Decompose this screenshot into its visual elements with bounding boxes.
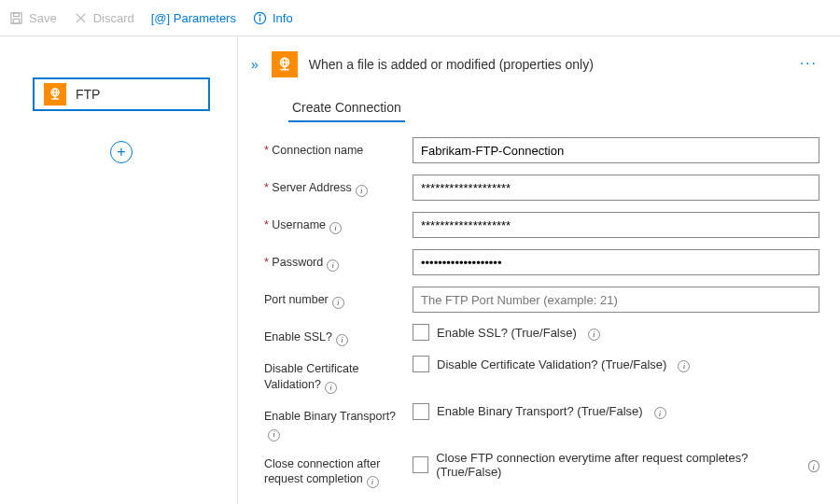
info-button[interactable]: Info [253,11,293,25]
svg-rect-2 [13,19,20,23]
ftp-icon [272,51,298,77]
connection-form: Connection name Server Addressi Username… [247,137,819,504]
checkbox-label-binary: Enable Binary Transport? (True/False) [437,404,643,418]
parameters-label: [@] Parameters [151,11,236,25]
parameters-button[interactable]: [@] Parameters [151,11,236,25]
input-connection-name[interactable] [413,137,819,163]
label-binary: Enable Binary Transport?i [264,403,399,440]
input-username[interactable] [413,212,819,238]
info-icon[interactable]: i [327,259,339,272]
discard-button[interactable]: Discard [74,11,134,25]
panel-title: When a file is added or modified (proper… [309,57,594,72]
info-icon [253,11,267,25]
toolbar: Save Discard [@] Parameters Info [0,0,840,36]
checkbox-binary[interactable] [413,403,429,420]
tab-create-connection[interactable]: Create Connection [288,94,405,122]
workflow-node-ftp[interactable]: FTP [33,77,210,111]
add-step-button[interactable]: + [110,141,133,163]
info-label: Info [273,11,293,25]
plus-icon: + [117,145,125,160]
info-icon[interactable]: i [268,429,280,441]
label-connection-name: Connection name [264,137,399,158]
label-username: Usernamei [264,212,399,232]
workflow-node-label: FTP [76,87,100,102]
save-label: Save [29,11,57,25]
label-password: Passwordi [264,249,399,270]
info-icon[interactable]: i [356,185,368,197]
info-icon[interactable]: i [808,460,819,472]
save-button[interactable]: Save [9,11,57,25]
checkbox-close-conn[interactable] [413,456,428,473]
info-icon[interactable]: i [325,382,337,394]
sidebar: FTP + [0,36,238,504]
input-server-address[interactable] [413,175,819,201]
label-port: Port numberi [264,287,399,307]
main-panel: ··· » When a file is added or modified (… [238,36,840,504]
info-icon[interactable]: i [332,297,344,309]
svg-point-7 [259,14,260,15]
svg-rect-0 [11,12,21,22]
svg-rect-1 [14,12,20,16]
checkbox-label-cert: Disable Certificate Validation? (True/Fa… [437,357,666,371]
info-icon[interactable]: i [367,476,379,488]
info-icon[interactable]: i [678,360,690,372]
input-password[interactable] [413,249,819,275]
ftp-icon [44,83,66,105]
save-icon [9,11,23,25]
label-server-address: Server Addressi [264,175,399,195]
info-icon[interactable]: i [329,222,342,234]
checkbox-disable-cert[interactable] [413,356,429,372]
input-port[interactable] [413,287,819,313]
info-icon[interactable]: i [336,334,348,346]
close-icon [74,11,88,25]
label-disable-cert: Disable Certificate Validation?i [264,356,399,392]
collapse-button[interactable]: » [247,57,260,72]
checkbox-label-close: Close FTP connection everytime after req… [436,451,796,479]
discard-label: Discard [93,11,134,25]
checkbox-enable-ssl[interactable] [413,324,429,341]
info-icon[interactable]: i [654,407,666,419]
label-close-conn: Close connection after request completio… [264,451,399,487]
info-icon[interactable]: i [588,329,600,341]
checkbox-label-ssl: Enable SSL? (True/False) [437,326,577,340]
more-button[interactable]: ··· [800,55,818,72]
label-enable-ssl: Enable SSL?i [264,324,399,344]
